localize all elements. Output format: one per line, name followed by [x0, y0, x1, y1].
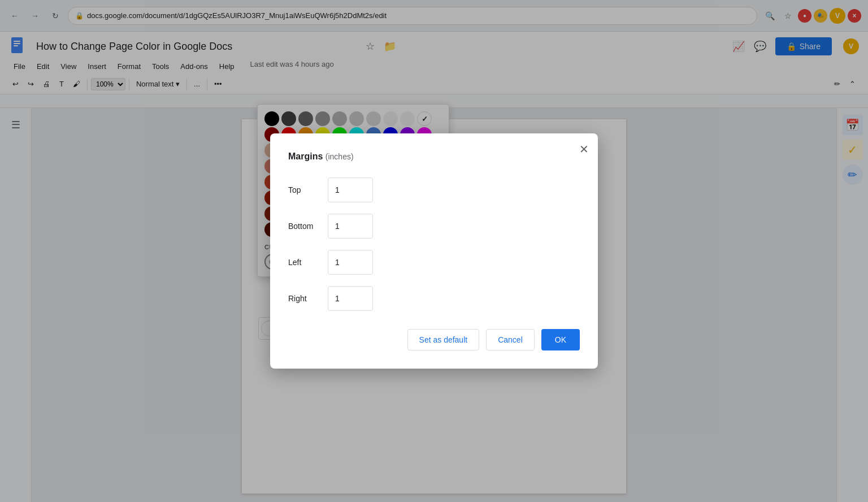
left-label: Left [288, 258, 328, 267]
dialog-title: Margins (inches) [288, 152, 580, 162]
dialog-overlay: ✕ Margins (inches) Top Bottom Left Right… [0, 0, 868, 502]
right-margin-row: Right [288, 286, 580, 311]
set-default-button[interactable]: Set as default [407, 329, 480, 350]
margins-title: Margins [288, 152, 323, 161]
top-label: Top [288, 185, 328, 194]
top-margin-row: Top [288, 178, 580, 202]
bottom-margin-input[interactable] [328, 214, 373, 239]
left-margin-input[interactable] [328, 250, 373, 275]
dialog-footer: Set as default Cancel OK [288, 329, 580, 350]
right-margin-input[interactable] [328, 286, 373, 311]
bottom-label: Bottom [288, 222, 328, 231]
left-margin-row: Left [288, 250, 580, 275]
dialog-close-button[interactable]: ✕ [579, 142, 589, 156]
cancel-button[interactable]: Cancel [486, 329, 535, 350]
margins-unit: (inches) [326, 152, 354, 161]
bottom-margin-row: Bottom [288, 214, 580, 239]
page-setup-dialog: ✕ Margins (inches) Top Bottom Left Right… [270, 133, 598, 369]
right-label: Right [288, 294, 328, 303]
ok-button[interactable]: OK [541, 329, 580, 350]
top-margin-input[interactable] [328, 178, 373, 202]
